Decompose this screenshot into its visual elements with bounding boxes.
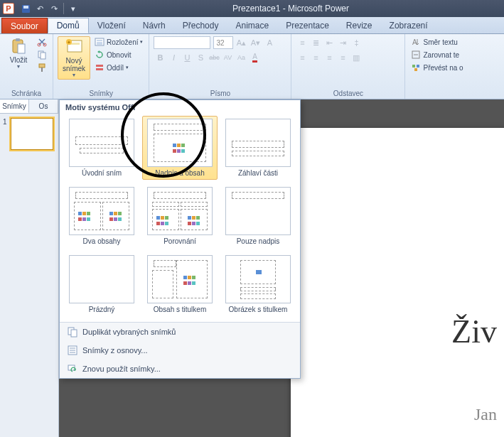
save-icon[interactable] <box>19 2 32 15</box>
svg-rect-3 <box>16 38 20 41</box>
thumbnail-area: 1 <box>0 114 58 437</box>
layout-comparison[interactable]: Porovnání <box>142 184 218 248</box>
grow-font-icon[interactable]: A▴ <box>235 36 247 49</box>
align-left-icon[interactable]: ≡ <box>296 51 309 64</box>
reuse-label: Znovu použít snímky... <box>82 365 161 373</box>
convert-smartart-button[interactable]: Převést na o <box>409 62 464 73</box>
shadow-button[interactable]: S <box>194 51 207 64</box>
section-label: Oddíl <box>107 64 124 72</box>
panel-tab-slides[interactable]: Snímky <box>0 99 29 113</box>
tab-view[interactable]: Zobrazení <box>381 18 436 33</box>
format-painter-button[interactable] <box>36 62 48 73</box>
app-icon: P <box>3 3 14 14</box>
bold-button[interactable]: B <box>154 51 166 64</box>
tab-insert[interactable]: Vložení <box>89 18 134 33</box>
layout-label: Obsah s titulkem <box>154 306 206 313</box>
tab-design[interactable]: Návrh <box>134 18 174 33</box>
layout-label: Nadpis a obsah <box>155 169 205 177</box>
paste-button[interactable]: Vložit ▼ <box>4 36 33 70</box>
svg-text:✦: ✦ <box>67 40 71 45</box>
slide-canvas[interactable] <box>291 128 504 437</box>
underline-button[interactable]: U <box>181 51 193 64</box>
align-center-icon[interactable]: ≡ <box>309 51 322 64</box>
slide-thumb-1[interactable]: 1 <box>3 118 55 150</box>
layout-blank[interactable]: Prázdný <box>64 252 139 316</box>
layout-title-only[interactable]: Pouze nadpis <box>220 184 296 248</box>
undo-icon[interactable]: ↶ <box>33 2 46 15</box>
panel-tab-outline[interactable]: Os <box>29 99 58 113</box>
font-size-combo[interactable]: 32 <box>213 36 233 49</box>
align-text-button[interactable]: Zarovnat te <box>409 49 464 60</box>
svg-rect-27 <box>71 330 77 337</box>
layout-label: Záhlaví části <box>238 169 278 177</box>
strike-button[interactable]: abc <box>208 51 220 64</box>
group-font-title: Písmo <box>154 89 286 97</box>
gallery-header: Motiv systému Offi <box>60 100 300 113</box>
duplicate-slides-item[interactable]: Duplikát vybraných snímků <box>60 323 300 341</box>
slide-thumbnail[interactable] <box>11 118 53 150</box>
group-clipboard-title: Schránka <box>4 89 48 97</box>
slide-panel: Snímky Os 1 <box>0 99 59 437</box>
layout-button[interactable]: Rozložení▾ <box>93 36 144 48</box>
columns-icon[interactable]: ▥ <box>350 51 363 64</box>
cut-button[interactable] <box>36 36 48 48</box>
layout-section-header[interactable]: Záhlaví části <box>220 116 296 180</box>
shrink-font-icon[interactable]: A▾ <box>249 36 262 49</box>
svg-rect-24 <box>417 65 419 68</box>
indent-icon[interactable]: ⇥ <box>336 36 349 49</box>
text-direction-button[interactable]: ASměr textu <box>409 36 464 48</box>
linespacing-icon[interactable]: ‡ <box>350 36 363 49</box>
svg-rect-16 <box>97 40 102 41</box>
group-slides-title: Snímky <box>58 89 144 97</box>
layout-picture-caption[interactable]: Obrázek s titulkem <box>220 252 296 316</box>
tab-transitions[interactable]: Přechody <box>174 18 227 33</box>
group-slides: ✦ Nový snímek ▼ Rozložení▾ Obnovit Oddíl… <box>53 34 149 99</box>
font-color-button[interactable]: A <box>248 51 261 64</box>
clear-format-icon[interactable]: A <box>263 36 276 49</box>
spacing-button[interactable]: AV <box>221 51 234 64</box>
tab-animations[interactable]: Animace <box>227 18 277 33</box>
svg-rect-8 <box>41 53 45 59</box>
redo-icon[interactable]: ↷ <box>48 2 60 15</box>
layout-content-caption[interactable]: Obsah s titulkem <box>142 252 218 316</box>
tab-home[interactable]: Domů <box>48 18 89 33</box>
svg-rect-10 <box>41 68 43 72</box>
svg-rect-1 <box>23 6 28 9</box>
slide-subtitle-text: Jan <box>474 405 497 424</box>
group-font: 32 A▴ A▾ A B I U S abc AV Aa A Písmo <box>149 34 291 99</box>
bullets-icon[interactable]: ≡ <box>296 36 309 49</box>
slide-number: 1 <box>3 118 9 150</box>
group-paragraph: ≡ ≣ ⇤ ⇥ ‡ ≡ ≡ ≡ ≡ ▥ Odstavec <box>291 34 405 99</box>
outdent-icon[interactable]: ⇤ <box>323 36 336 49</box>
italic-button[interactable]: I <box>167 51 180 64</box>
gallery-grid: Úvodní sním Nadpis a obsah Záhlaví části <box>60 113 300 322</box>
justify-icon[interactable]: ≡ <box>336 51 349 64</box>
group-text-extras: ASměr textu Zarovnat te Převést na o <box>405 34 469 99</box>
layout-label: Porovnání <box>163 237 196 245</box>
numbering-icon[interactable]: ≣ <box>309 36 322 49</box>
svg-rect-18 <box>96 65 103 67</box>
svg-text:A: A <box>412 38 417 46</box>
slide-title-text: Živ <box>451 313 497 350</box>
align-right-icon[interactable]: ≡ <box>323 51 336 64</box>
slides-from-outline-item[interactable]: Snímky z osnovy... <box>60 341 300 360</box>
qat-separator <box>63 3 64 14</box>
layout-title-content[interactable]: Nadpis a obsah <box>142 116 218 180</box>
reset-button[interactable]: Obnovit <box>93 49 144 60</box>
tab-slideshow[interactable]: Prezentace <box>277 18 338 33</box>
layout-label: Obrázek s titulkem <box>229 306 288 313</box>
layout-title-slide[interactable]: Úvodní sním <box>64 116 139 180</box>
new-slide-button[interactable]: ✦ Nový snímek ▼ <box>58 36 90 80</box>
tab-file[interactable]: Soubor <box>1 18 48 33</box>
layout-two-content[interactable]: Dva obsahy <box>64 184 139 248</box>
tab-review[interactable]: Revize <box>338 18 381 33</box>
reuse-slides-item[interactable]: Znovu použít snímky... <box>60 360 300 378</box>
convert-smartart-label: Převést na o <box>423 64 463 72</box>
qat-customize-icon[interactable]: ▾ <box>67 2 80 15</box>
copy-button[interactable] <box>36 49 48 60</box>
section-button[interactable]: Oddíl▾ <box>93 62 144 73</box>
case-button[interactable]: Aa <box>235 51 247 64</box>
group-clipboard: Vložit ▼ Schránka <box>0 34 53 99</box>
font-name-combo[interactable] <box>154 36 210 49</box>
duplicate-label: Duplikát vybraných snímků <box>82 328 176 336</box>
